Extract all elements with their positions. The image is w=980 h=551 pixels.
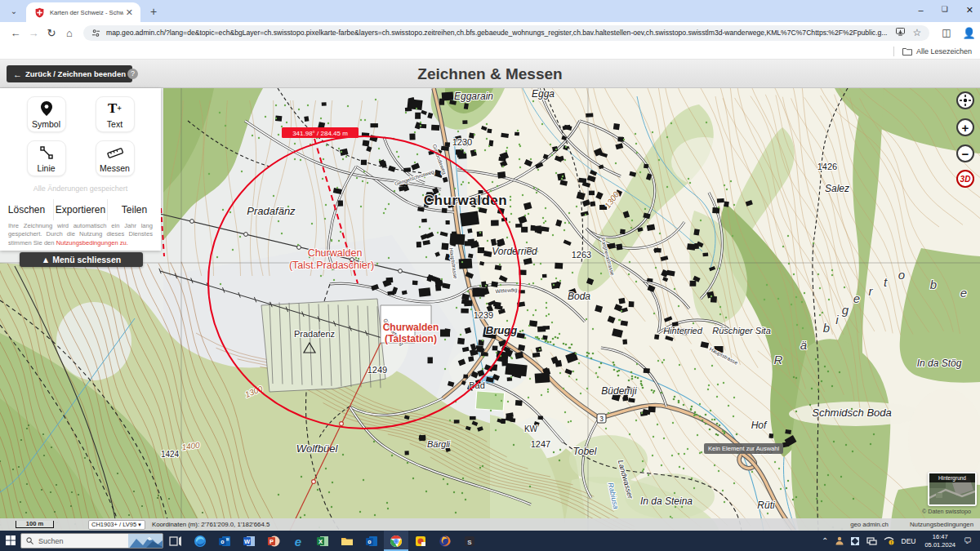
svg-text:ä: ä <box>800 338 807 352</box>
svg-text:Pradafenz: Pradafenz <box>294 329 335 339</box>
svg-text:Schmidsch Boda: Schmidsch Boda <box>812 407 892 419</box>
svg-text:1249: 1249 <box>368 365 387 375</box>
svg-text:Hinterried: Hinterried <box>663 326 703 335</box>
svg-text:e: e <box>295 535 301 548</box>
svg-text:P: P <box>270 537 274 544</box>
svg-text:e: e <box>960 286 967 300</box>
svg-text:o: o <box>368 539 371 544</box>
svg-text:1426: 1426 <box>817 162 837 171</box>
svg-text:341.98° / 284.45 m: 341.98° / 284.45 m <box>292 130 348 137</box>
svg-text:o: o <box>220 539 224 544</box>
svg-text:Eggarain: Eggarain <box>454 91 493 102</box>
svg-text:g: g <box>842 303 849 317</box>
svg-text:1239: 1239 <box>474 310 493 320</box>
svg-text:1424: 1424 <box>161 450 180 459</box>
svg-text:Pradafänz: Pradafänz <box>247 205 296 217</box>
svg-text:In da Steina: In da Steina <box>640 495 693 507</box>
svg-text:Boda: Boda <box>568 291 590 302</box>
svg-text:Hof: Hof <box>751 420 768 431</box>
svg-text:Vorderried: Vorderried <box>492 246 537 257</box>
svg-text:W: W <box>244 537 251 544</box>
svg-text:S: S <box>467 538 472 545</box>
svg-text:Rüti: Rüti <box>757 500 775 511</box>
svg-text:X: X <box>318 537 323 544</box>
svg-text:Bärgli: Bärgli <box>427 439 451 449</box>
svg-text:Tobel: Tobel <box>573 446 597 457</box>
svg-text:Büdemji: Büdemji <box>601 385 637 397</box>
svg-text:b: b <box>930 278 937 291</box>
svg-text:Churwalden: Churwalden <box>308 247 363 259</box>
svg-text:Salez: Salez <box>825 183 849 194</box>
svg-text:Rüschiger Sita: Rüschiger Sita <box>712 326 771 335</box>
svg-text:b: b <box>823 321 830 335</box>
svg-text:(Talst.Pradaschier): (Talst.Pradaschier) <box>289 260 374 271</box>
svg-text:1247: 1247 <box>531 439 550 449</box>
svg-text:Churwalden: Churwalden <box>383 322 439 333</box>
svg-text:KW: KW <box>524 424 538 433</box>
svg-text:Churwalden: Churwalden <box>424 193 507 208</box>
svg-text:3: 3 <box>599 415 604 423</box>
svg-text:1263: 1263 <box>572 250 591 260</box>
svg-text:1230: 1230 <box>452 137 472 147</box>
svg-text:Egga: Egga <box>532 88 555 100</box>
svg-text:Wolfbüel: Wolfbüel <box>296 442 339 455</box>
svg-text:!: ! <box>890 540 892 545</box>
svg-text:o: o <box>898 268 905 282</box>
svg-text:e: e <box>853 291 860 305</box>
svg-text:R: R <box>774 353 783 367</box>
svg-text:(Talstation): (Talstation) <box>385 333 437 344</box>
svg-text:In da Stög: In da Stög <box>917 358 962 369</box>
